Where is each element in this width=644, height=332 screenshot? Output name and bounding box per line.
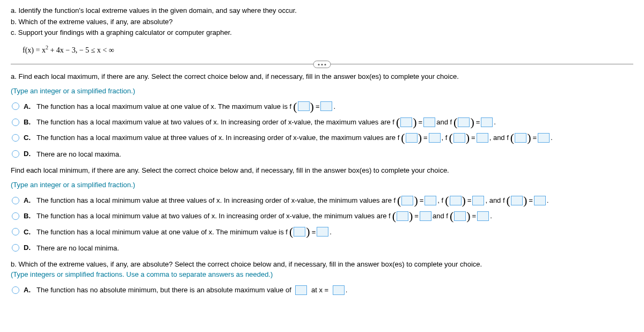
input-box[interactable] — [511, 196, 523, 205]
text: The function has a local minimum value a… — [36, 194, 396, 206]
text: . — [330, 226, 332, 238]
text: = — [316, 100, 320, 113]
input-box[interactable] — [333, 285, 345, 295]
max-choice-c-text: The function has a local maximum value a… — [36, 131, 553, 144]
text: . — [547, 194, 549, 206]
text: = — [472, 210, 477, 222]
radio-max-c[interactable] — [12, 134, 19, 142]
abs-choice-a: A. The function has no absolute minimum,… — [11, 284, 633, 296]
label-c: C. — [24, 226, 32, 238]
label-a: A. — [24, 100, 32, 113]
text: = — [420, 194, 424, 206]
input-box[interactable] — [454, 211, 466, 221]
text: and f — [433, 210, 448, 222]
section-divider — [11, 64, 633, 64]
input-box[interactable] — [406, 133, 418, 143]
text: . — [346, 284, 348, 296]
radio-max-b[interactable] — [12, 119, 19, 126]
formula-rhs: + 4x − 3, − 5 ≤ x < ∞ — [48, 46, 114, 54]
input-box[interactable] — [450, 196, 462, 205]
max-choice-b: B. The function has a local maximum valu… — [11, 116, 633, 128]
text: , and f — [485, 194, 504, 206]
radio-min-a[interactable] — [12, 197, 19, 204]
header-line-b: b. Which of the extreme values, if any, … — [11, 17, 633, 27]
input-box[interactable] — [472, 196, 484, 205]
input-box[interactable] — [458, 117, 470, 127]
expand-dots-button[interactable] — [313, 61, 331, 68]
part-min-prompt: Find each local minimum, if there are an… — [11, 166, 633, 175]
text: . — [490, 210, 492, 222]
input-box[interactable] — [425, 196, 436, 205]
radio-min-b[interactable] — [12, 212, 19, 220]
text: The function has a local maximum value a… — [36, 100, 291, 113]
input-box[interactable] — [534, 196, 546, 205]
input-box[interactable] — [423, 117, 435, 127]
label-a: A. — [24, 194, 32, 206]
text: . — [333, 100, 335, 113]
text: and f — [436, 116, 452, 128]
function-formula: f(x) = x2 + 4x − 3, − 5 ≤ x < ∞ — [23, 45, 633, 55]
text: = — [529, 194, 533, 206]
input-box[interactable] — [538, 133, 550, 143]
radio-min-c[interactable] — [12, 228, 19, 235]
text: The function has a local maximum value a… — [36, 131, 399, 144]
min-choice-b: B. The function has a local minimum valu… — [11, 210, 633, 222]
text: , f — [442, 131, 448, 144]
text: = — [414, 210, 419, 222]
text: = — [467, 194, 472, 206]
label-b: B. — [24, 210, 32, 222]
text: The function has no absolute minimum, bu… — [36, 284, 291, 296]
part-b-prompt: b. Which of the extreme values, if any, … — [11, 260, 633, 269]
text: = — [423, 131, 428, 144]
radio-min-d[interactable] — [12, 244, 19, 252]
input-box[interactable] — [477, 211, 489, 221]
min-choice-d: D. There are no local minima. — [11, 241, 633, 254]
input-box[interactable] — [317, 227, 328, 237]
input-box[interactable] — [453, 133, 465, 143]
part-min-instruction: (Type an integer or a simplified fractio… — [11, 181, 633, 189]
part-a-max-prompt: a. Find each local maximum, if there are… — [11, 72, 633, 82]
input-box[interactable] — [401, 196, 413, 205]
input-box[interactable] — [477, 133, 488, 143]
max-choice-a: A. The function has a local maximum valu… — [11, 100, 633, 113]
max-choice-a-text: The function has a local maximum value a… — [36, 100, 335, 113]
input-box[interactable] — [400, 117, 412, 127]
input-box[interactable] — [429, 133, 441, 143]
min-choice-c-text: The function has a local minimum value a… — [36, 226, 332, 238]
label-d: D. — [24, 147, 32, 160]
input-box[interactable] — [295, 285, 307, 295]
input-box[interactable] — [298, 101, 310, 111]
text: = — [471, 131, 475, 144]
label-b: B. — [24, 116, 32, 128]
abs-choice-a-text: The function has no absolute minimum, bu… — [36, 284, 347, 296]
input-box[interactable] — [481, 117, 493, 127]
text: , and f — [489, 131, 509, 144]
input-box[interactable] — [397, 211, 408, 221]
input-box[interactable] — [515, 133, 526, 143]
label-a: A. — [24, 284, 32, 296]
text: = — [476, 116, 480, 128]
text: The function has a local maximum value a… — [36, 116, 394, 128]
input-box[interactable] — [294, 227, 305, 237]
header-line-a: a. Identify the function's local extreme… — [11, 5, 633, 16]
text: The function has a local minimum value a… — [36, 226, 288, 238]
min-choice-c: C. The function has a local minimum valu… — [11, 226, 633, 238]
min-choice-a: A. The function has a local minimum valu… — [11, 194, 633, 206]
input-box[interactable] — [420, 211, 431, 221]
input-box[interactable] — [320, 101, 332, 111]
max-choice-b-text: The function has a local maximum value a… — [36, 116, 496, 128]
part-a-max-instruction: (Type an integer or a simplified fractio… — [11, 87, 633, 95]
max-choice-d-text: There are no local maxima. — [36, 147, 121, 160]
text: = — [312, 226, 316, 238]
text: . — [551, 131, 553, 144]
text: . — [494, 116, 496, 128]
text: = — [419, 116, 423, 128]
radio-max-a[interactable] — [12, 102, 19, 110]
max-choice-d: D. There are no local maxima. — [11, 147, 633, 160]
formula-lhs: f(x) = x — [23, 46, 46, 54]
header-line-c: c. Support your findings with a graphing… — [11, 27, 633, 38]
text: at x = — [311, 284, 328, 296]
radio-abs-a[interactable] — [12, 286, 19, 294]
radio-max-d[interactable] — [12, 150, 19, 158]
text: The function has a local minimum value a… — [36, 210, 391, 222]
